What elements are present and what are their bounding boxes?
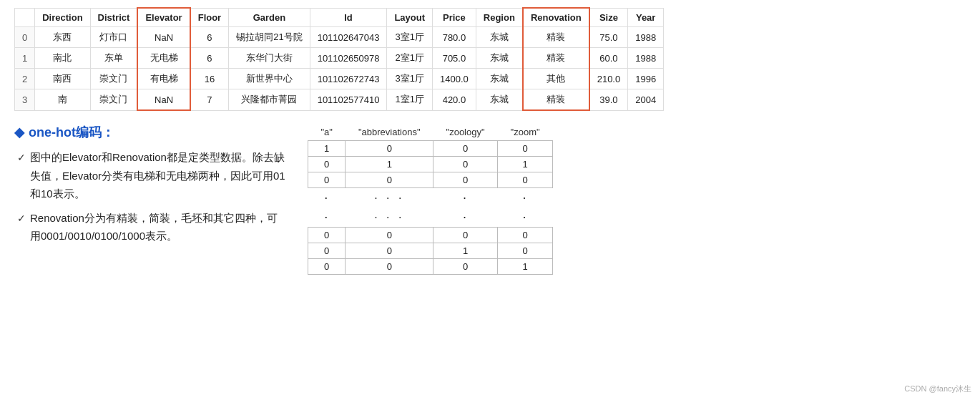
table-cell: 新世界中心 [229, 69, 310, 89]
table-cell: 780.0 [433, 27, 476, 48]
col-header- [15, 8, 35, 27]
table-cell: 2 [15, 69, 35, 89]
onehot-row: ·· · ··· [308, 188, 553, 208]
table-cell: 精装 [523, 48, 589, 69]
onehot-table: "a""abbreviations""zoology""zoom"1000010… [308, 124, 553, 275]
onehot-cell: 0 [433, 172, 498, 188]
table-cell: 东单 [90, 48, 137, 69]
onehot-cell: · · · [346, 188, 433, 208]
onehot-row: 0001 [308, 259, 553, 275]
table-cell: 东城 [476, 27, 523, 48]
onehot-cell: 0 [346, 172, 433, 188]
onehot-cell: 0 [346, 259, 433, 275]
checkmark-2: ✓ [17, 210, 26, 245]
onehot-cell: 0 [433, 141, 498, 157]
table-cell: 灯市口 [90, 27, 137, 48]
onehot-row: ·· · ··· [308, 208, 553, 228]
col-header-year: Year [628, 8, 664, 27]
table-cell: 东城 [476, 69, 523, 89]
table-cell: 3 [15, 89, 35, 111]
table-cell: 2004 [628, 89, 664, 111]
onehot-col-header: "zoology" [433, 124, 498, 141]
table-cell: 南西 [35, 69, 90, 89]
watermark: CSDN @fancy沐生 [904, 384, 971, 394]
bullet-text-1: 图中的Elevator和Renovation都是定类型数据。除去缺失值，Elev… [30, 148, 286, 203]
onehot-cell: 0 [346, 243, 433, 259]
onehot-cell: · [433, 188, 498, 208]
onehot-cell: 0 [433, 228, 498, 243]
table-cell: 南 [35, 89, 90, 111]
table-cell: 崇文门 [90, 89, 137, 111]
onehot-cell: 0 [346, 141, 433, 157]
col-header-floor: Floor [190, 8, 229, 27]
onehot-row: 1000 [308, 141, 553, 157]
onehot-title: one-hot编码： [29, 124, 114, 141]
onehot-cell: · · · [346, 208, 433, 228]
table-cell: 60.0 [589, 48, 628, 69]
onehot-cell: 0 [498, 172, 553, 188]
table-cell: 无电梯 [137, 48, 190, 69]
onehot-cell: 1 [433, 243, 498, 259]
table-cell: 有电梯 [137, 69, 190, 89]
top-section: DirectionDistrictElevatorFloorGardenIdLa… [14, 7, 966, 111]
table-cell: 东西 [35, 27, 90, 48]
onehot-cell: · [433, 208, 498, 228]
table-cell: 210.0 [589, 69, 628, 89]
table-cell: 其他 [523, 69, 589, 89]
onehot-row: 0101 [308, 157, 553, 172]
onehot-cell: 0 [346, 228, 433, 243]
table-cell: 精装 [523, 27, 589, 48]
table-cell: 2室1厅 [387, 48, 433, 69]
table-cell: 16 [190, 69, 229, 89]
onehot-cell: 0 [308, 243, 346, 259]
onehot-col-header: "abbreviations" [346, 124, 433, 141]
onehot-cell: · [498, 208, 553, 228]
table-cell: 1室1厅 [387, 89, 433, 111]
table-cell: 3室1厅 [387, 69, 433, 89]
text-section: ◆ one-hot编码： ✓ 图中的Elevator和Renovation都是定… [14, 124, 286, 251]
table-cell: NaN [137, 89, 190, 111]
onehot-cell: 0 [433, 157, 498, 172]
onehot-row: 0000 [308, 172, 553, 188]
col-header-direction: Direction [35, 8, 90, 27]
onehot-cell: 0 [498, 243, 553, 259]
col-header-layout: Layout [387, 8, 433, 27]
onehot-cell: 1 [498, 157, 553, 172]
table-cell: NaN [137, 27, 190, 48]
table-cell: 0 [15, 27, 35, 48]
table-cell: 6 [190, 48, 229, 69]
bullet-text-2: Renovation分为有精装，简装，毛坯和其它四种，可用0001/0010/0… [30, 209, 286, 245]
table-row: 2南西崇文门有电梯16新世界中心1011026727433室1厅1400.0东城… [15, 69, 664, 89]
onehot-cell: 0 [498, 228, 553, 243]
table-cell: 3室1厅 [387, 27, 433, 48]
onehot-cell: 0 [308, 157, 346, 172]
col-header-district: District [90, 8, 137, 27]
col-header-size: Size [589, 8, 628, 27]
onehot-cell: 0 [498, 141, 553, 157]
table-row: 3南崇文门NaN7兴隆都市菁园1011025774101室1厅420.0东城精装… [15, 89, 664, 111]
col-header-elevator: Elevator [137, 8, 190, 27]
table-cell: 1996 [628, 69, 664, 89]
col-header-renovation: Renovation [523, 8, 589, 27]
col-header-region: Region [476, 8, 523, 27]
table-cell: 锡拉胡同21号院 [229, 27, 310, 48]
onehot-cell: 1 [308, 141, 346, 157]
onehot-cell: 0 [308, 259, 346, 275]
onehot-row: 0000 [308, 228, 553, 243]
table-cell: 101102650978 [310, 48, 387, 69]
onehot-col-header: "zoom" [498, 124, 553, 141]
onehot-wrap: "a""abbreviations""zoology""zoom"1000010… [308, 124, 553, 275]
table-cell: 东城 [476, 48, 523, 69]
table-cell: 39.0 [589, 89, 628, 111]
bullet-item-1: ✓ 图中的Elevator和Renovation都是定类型数据。除去缺失值，El… [17, 148, 286, 203]
table-cell: 101102647043 [310, 27, 387, 48]
onehot-cell: 1 [346, 157, 433, 172]
table-cell: 兴隆都市菁园 [229, 89, 310, 111]
bullet-item-2: ✓ Renovation分为有精装，简装，毛坯和其它四种，可用0001/0010… [17, 209, 286, 245]
table-row: 0东西灯市口NaN6锡拉胡同21号院1011026470433室1厅780.0东… [15, 27, 664, 48]
table-cell: 1988 [628, 48, 664, 69]
onehot-cell: 0 [308, 228, 346, 243]
table-cell: 7 [190, 89, 229, 111]
data-table: DirectionDistrictElevatorFloorGardenIdLa… [14, 7, 664, 111]
onehot-cell: · [308, 208, 346, 228]
